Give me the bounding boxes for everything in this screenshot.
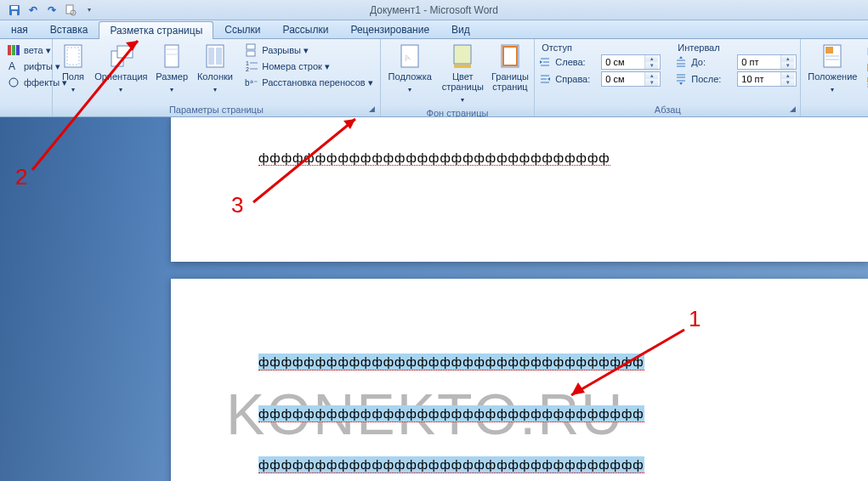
spinner-down-icon[interactable]: ▼ bbox=[645, 62, 658, 69]
position-icon bbox=[819, 42, 846, 70]
indent-right-label: Справа: bbox=[555, 74, 598, 84]
group-paragraph-title: Абзац bbox=[538, 104, 797, 116]
svg-rect-18 bbox=[208, 48, 214, 65]
svg-rect-2 bbox=[12, 11, 17, 15]
orientation-icon bbox=[107, 42, 134, 70]
page-setup-launcher[interactable]: ◢ bbox=[366, 103, 378, 115]
tab-mailings[interactable]: Рассылки bbox=[272, 20, 340, 38]
svg-rect-14 bbox=[165, 45, 179, 67]
spinner-down-icon[interactable]: ▼ bbox=[781, 62, 794, 69]
quick-access-toolbar: ↶ ↷ ▾ bbox=[0, 3, 97, 18]
bring-front-button[interactable]: На bbox=[862, 42, 868, 58]
svg-text:1: 1 bbox=[246, 60, 249, 66]
indent-left-label: Слева: bbox=[555, 57, 598, 67]
page-color-icon bbox=[449, 42, 476, 70]
svg-rect-20 bbox=[247, 44, 255, 49]
svg-rect-13 bbox=[117, 46, 133, 58]
paragraph-launcher[interactable]: ◢ bbox=[786, 103, 798, 115]
colors-icon bbox=[7, 43, 20, 57]
margins-button[interactable]: Поля bbox=[56, 41, 90, 97]
document-page[interactable]: ффффффффффффффффффффффффффффффф bbox=[171, 117, 868, 262]
hyphenation-icon: bᵃ⁻ bbox=[245, 76, 258, 89]
tab-page-layout[interactable]: Разметка страницы bbox=[99, 21, 213, 39]
indent-right-input[interactable]: ▲▼ bbox=[601, 71, 661, 87]
svg-text:2: 2 bbox=[246, 66, 249, 72]
svg-rect-6 bbox=[12, 45, 15, 55]
space-before-input[interactable]: ▲▼ bbox=[737, 54, 797, 70]
qat-dropdown-icon[interactable]: ▾ bbox=[82, 3, 97, 18]
group-page-setup: Поля Ориентация Размер Колонки Разрывы ▾… bbox=[53, 39, 381, 116]
size-icon bbox=[158, 42, 185, 70]
window-title: Документ1 - Microsoft Word bbox=[370, 4, 498, 16]
indent-right-icon bbox=[538, 72, 552, 86]
page-color-button[interactable]: Цвет страницы bbox=[438, 41, 488, 107]
space-before-icon bbox=[674, 55, 688, 69]
spinner-up-icon[interactable]: ▲ bbox=[781, 72, 794, 79]
size-button[interactable]: Размер bbox=[152, 41, 192, 97]
spinner-down-icon[interactable]: ▼ bbox=[645, 79, 658, 86]
space-before-label: До: bbox=[691, 57, 734, 67]
document-page[interactable]: KONEKTO.RU ффффффффффффффффффффффффффффф… bbox=[171, 279, 868, 481]
svg-rect-46 bbox=[825, 47, 833, 54]
wrap-text-button[interactable]: Об bbox=[862, 75, 868, 90]
selected-text-line[interactable]: фффффффффффффффффффффффффффффффффф bbox=[258, 354, 644, 370]
text-line[interactable]: ффффффффффффффффффффффффффффффф bbox=[258, 150, 610, 166]
svg-rect-7 bbox=[16, 45, 20, 55]
print-preview-icon[interactable] bbox=[63, 3, 78, 18]
tab-home[interactable]: ная bbox=[0, 20, 39, 38]
fonts-icon: A bbox=[7, 59, 20, 73]
save-icon[interactable] bbox=[7, 3, 22, 18]
interval-header: Интервал bbox=[674, 41, 797, 53]
tab-view[interactable]: Вид bbox=[440, 20, 481, 38]
svg-rect-1 bbox=[11, 6, 18, 9]
spinner-up-icon[interactable]: ▲ bbox=[645, 55, 658, 62]
group-page-setup-title: Параметры страницы bbox=[56, 104, 377, 116]
group-paragraph: Отступ Слева: ▲▼ Справа: ▲▼ Интервал bbox=[535, 39, 801, 116]
undo-icon[interactable]: ↶ bbox=[26, 3, 41, 18]
spinner-up-icon[interactable]: ▲ bbox=[781, 55, 794, 62]
svg-rect-21 bbox=[247, 51, 255, 56]
space-after-icon bbox=[674, 72, 688, 86]
spinner-up-icon[interactable]: ▲ bbox=[645, 72, 658, 79]
selected-text-line[interactable]: фффффффффффффффффффффффффффффффффф bbox=[258, 457, 644, 473]
spinner-down-icon[interactable]: ▼ bbox=[781, 79, 794, 86]
indent-left-input[interactable]: ▲▼ bbox=[601, 54, 661, 70]
ribbon: вета ▾ Aрифты ▾ ффекты ▾ Поля Ориентация… bbox=[0, 39, 868, 117]
columns-button[interactable]: Колонки bbox=[194, 41, 237, 97]
svg-rect-30 bbox=[454, 65, 471, 68]
position-button[interactable]: Положение bbox=[804, 41, 860, 97]
breaks-icon bbox=[245, 43, 258, 57]
page-borders-icon bbox=[496, 42, 524, 70]
tab-review[interactable]: Рецензирование bbox=[339, 20, 440, 38]
svg-rect-19 bbox=[216, 48, 222, 65]
tab-references[interactable]: Ссылки bbox=[213, 20, 271, 38]
watermark-button[interactable]: A Подложка bbox=[384, 41, 436, 97]
indent-header: Отступ bbox=[538, 41, 661, 53]
svg-point-9 bbox=[9, 78, 18, 87]
watermark-icon: A bbox=[396, 42, 423, 70]
selected-text-line[interactable]: фффффффффффффффффффффффффффффффффф bbox=[258, 406, 644, 422]
line-numbers-icon: 12 bbox=[245, 59, 258, 73]
group-page-background: A Подложка Цвет страницы Границы страниц… bbox=[381, 39, 535, 116]
breaks-button[interactable]: Разрывы ▾ bbox=[241, 42, 377, 58]
send-back-button[interactable]: На bbox=[862, 59, 868, 74]
svg-rect-5 bbox=[8, 45, 11, 55]
group-themes-title bbox=[3, 114, 48, 116]
hyphenation-button[interactable]: bᵃ⁻Расстановка переносов ▾ bbox=[241, 75, 377, 90]
ribbon-tabs: ная Вставка Разметка страницы Ссылки Рас… bbox=[0, 20, 868, 39]
orientation-button[interactable]: Ориентация bbox=[92, 41, 150, 97]
svg-text:bᵃ⁻: bᵃ⁻ bbox=[245, 78, 258, 88]
tab-insert[interactable]: Вставка bbox=[39, 20, 99, 38]
svg-rect-29 bbox=[454, 45, 471, 64]
svg-rect-3 bbox=[66, 5, 73, 14]
effects-icon bbox=[7, 76, 20, 89]
space-after-input[interactable]: ▲▼ bbox=[737, 71, 797, 87]
line-numbers-button[interactable]: 12Номера строк ▾ bbox=[241, 59, 377, 74]
group-arrange: Положение На На Об bbox=[801, 39, 868, 116]
space-after-label: После: bbox=[691, 74, 734, 84]
page-borders-button[interactable]: Границы страниц bbox=[490, 41, 531, 93]
redo-icon[interactable]: ↷ bbox=[44, 3, 60, 18]
margins-icon bbox=[60, 42, 87, 70]
group-themes: вета ▾ Aрифты ▾ ффекты ▾ bbox=[0, 39, 53, 116]
columns-icon bbox=[201, 42, 229, 70]
